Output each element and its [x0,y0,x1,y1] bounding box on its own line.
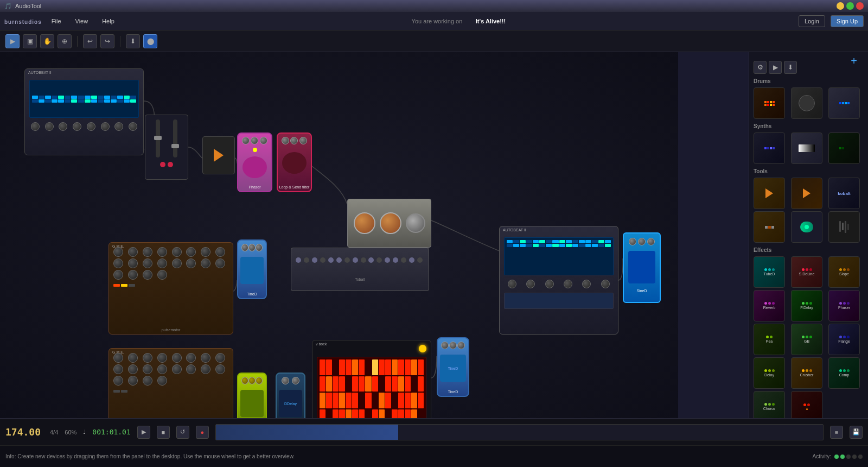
play-icon[interactable] [214,149,224,162]
knob[interactable] [201,258,210,268]
vbock-drum-device[interactable]: v·bock [312,340,431,421]
panel-item-tool3[interactable]: kobalt [828,178,860,209]
menu-file[interactable]: File [47,16,66,27]
panel-item-tool2[interactable] [791,178,822,209]
panel-item-synth2[interactable] [791,132,822,164]
knob[interactable] [128,270,138,280]
knob[interactable] [114,122,123,131]
big-mixer-device-1[interactable]: G.M.E. pulsemotor [108,242,233,335]
knob[interactable] [143,376,152,386]
pedal-knob[interactable] [241,377,248,384]
knob[interactable] [215,353,225,363]
zoom-tool-button[interactable]: ⊕ [58,34,72,48]
pedal-knob[interactable] [449,342,457,349]
knob[interactable] [113,247,123,257]
knob[interactable] [128,364,138,374]
maximize-button[interactable] [846,2,854,10]
hand-tool-button[interactable]: ✋ [40,34,54,48]
record-button[interactable]: ⬤ [143,34,157,48]
knob[interactable] [113,270,123,280]
button[interactable] [113,390,120,393]
fader-thumb[interactable] [154,136,162,140]
knob[interactable] [157,258,167,268]
knob[interactable] [157,353,167,363]
beat-machine-device[interactable]: AUTOBEAT II [24,68,144,155]
knob[interactable] [128,376,138,386]
knob[interactable] [143,247,152,257]
panel-item-synth3[interactable] [828,132,860,164]
pedal-knob[interactable] [292,377,299,384]
knob[interactable] [601,280,610,288]
panel-item-pea[interactable]: Pea [754,324,785,355]
knob[interactable] [87,122,95,131]
knob[interactable] [143,270,152,280]
knob[interactable] [215,258,225,268]
knob[interactable] [545,280,554,288]
panel-item-drums2[interactable] [791,87,822,119]
knob[interactable] [157,270,167,280]
pedal-knob[interactable] [251,137,258,144]
knob[interactable] [186,258,196,268]
knob[interactable] [101,122,110,131]
knob[interactable] [172,247,182,257]
panel-item-gb[interactable]: GB [791,324,822,355]
pedal-knob[interactable] [256,244,263,251]
panel-item-tubed[interactable]: TubeD [754,256,785,288]
panel-item-tool6[interactable] [828,211,860,243]
panel-tool-2[interactable]: ▶ [769,61,782,74]
tape-knob[interactable] [406,213,425,233]
timeline[interactable] [215,424,824,440]
panel-item-pdelay[interactable]: P.Delay [791,290,822,321]
knob[interactable] [73,122,81,131]
fader-track[interactable] [173,119,177,157]
panel-item-sdeline[interactable]: S.DeLine [791,256,822,288]
pedal-knob[interactable] [290,137,298,144]
panel-item-reverb[interactable]: Reverb [754,290,785,321]
playback-device[interactable] [202,136,235,174]
knob[interactable] [186,364,196,374]
knob[interactable] [201,364,210,374]
knob[interactable] [201,353,210,363]
panel-item-tool1[interactable] [754,178,785,209]
panel-item-chorus[interactable]: Chorus [754,391,785,421]
panel-item-comp[interactable]: Comp [828,357,860,389]
knob[interactable] [215,364,225,374]
redo-button[interactable]: ↪ [100,34,114,48]
effect-device-blue-right[interactable]: SineD [623,232,661,303]
pedal-knob[interactable] [441,342,449,349]
pedal-knob[interactable] [260,137,267,144]
knob[interactable] [129,122,137,131]
panel-tool-3[interactable]: ⬇ [784,61,797,74]
stop-button[interactable]: ■ [157,426,170,439]
knob[interactable] [215,247,225,257]
timeline-settings-button[interactable]: ≡ [830,426,843,439]
add-device-button[interactable]: + [847,54,860,67]
fader-track[interactable] [156,119,160,157]
pedal-device-red[interactable]: Loop & Send filter [277,132,312,192]
play-tool-button[interactable]: ▶ [5,34,20,48]
pedal-device-pink[interactable]: Phaser [237,132,272,192]
knob[interactable] [647,238,655,245]
knob[interactable] [172,364,182,374]
knob[interactable] [201,247,210,257]
close-button[interactable] [856,2,864,10]
knob[interactable] [172,258,182,268]
knob[interactable] [157,364,167,374]
pedal-knob[interactable] [242,137,250,144]
tape-reel-right[interactable] [380,212,401,234]
button[interactable] [121,390,127,393]
pedal-knob[interactable] [457,342,465,349]
knob[interactable] [526,280,535,288]
minimize-button[interactable] [837,2,844,10]
synth-device-right[interactable]: AUTOBEAT II [499,226,618,335]
button[interactable] [129,284,135,287]
pedal-knob[interactable] [282,137,289,144]
knob[interactable] [629,238,636,245]
knob[interactable] [143,353,152,363]
login-button[interactable]: Login [799,15,825,27]
pedal-knob[interactable] [299,137,307,144]
export-button[interactable]: ⬇ [126,34,140,48]
pedal-device-blue-1[interactable]: TineD [237,239,267,299]
play-button[interactable]: ▶ [137,426,150,439]
knob[interactable] [186,247,196,257]
